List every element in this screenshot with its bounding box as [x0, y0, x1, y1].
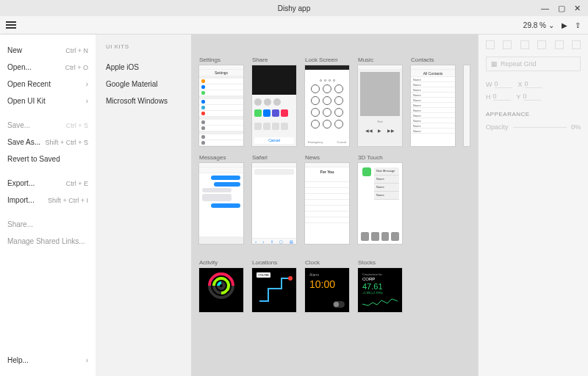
- menu-share[interactable]: Share...: [0, 216, 96, 233]
- toggle-switch: [333, 301, 345, 308]
- artboard-activity[interactable]: Activity: [198, 259, 244, 313]
- inspector-panel: Repeat Grid W0 X0 H0 Y0 APPEARANCE Opaci…: [478, 35, 588, 376]
- artboard-settings[interactable]: Settings Settings: [198, 57, 244, 147]
- ui-kit-apple-ios[interactable]: Apple iOS: [106, 59, 181, 76]
- artboard-contacts[interactable]: Contacts All Contacts NameNameName NameN…: [410, 57, 456, 147]
- sparkline-icon: [362, 297, 399, 308]
- menu-open-recent[interactable]: Open Recent›: [0, 76, 96, 93]
- app-title: Dishy app: [278, 4, 310, 12]
- chevron-down-icon: ⌄: [548, 21, 554, 29]
- menu-import[interactable]: Import...Shift + Ctrl + I: [0, 192, 96, 209]
- play-icon[interactable]: ▶: [562, 21, 567, 29]
- ui-kit-google-material[interactable]: Google Material: [106, 76, 181, 93]
- repeat-grid-button[interactable]: Repeat Grid: [486, 57, 581, 71]
- menu-open[interactable]: Open...Ctrl + O: [0, 59, 96, 76]
- chevron-right-icon: ›: [86, 97, 88, 105]
- menu-open-ui-kit[interactable]: Open UI Kit›: [0, 93, 96, 109]
- share-icon[interactable]: ⇪: [575, 21, 581, 29]
- maximize-icon[interactable]: ▢: [558, 4, 565, 13]
- ui-kit-microsoft-windows[interactable]: Microsoft Windows: [106, 93, 181, 109]
- artboard-news[interactable]: News For You: [304, 154, 350, 245]
- title-bar: Dishy app — ▢ ✕: [0, 0, 588, 16]
- activity-rings-icon: [208, 272, 234, 299]
- artboard-share[interactable]: Share Cancel: [251, 57, 297, 147]
- y-input[interactable]: 0: [523, 93, 541, 101]
- artboard-ruler[interactable]: [463, 57, 470, 147]
- artboard-safari[interactable]: Safari ‹›⇪▢▤: [251, 154, 297, 245]
- menu-help[interactable]: Help...›: [0, 352, 96, 369]
- menu-new[interactable]: NewCtrl + N: [0, 42, 96, 59]
- artboard-lock-screen[interactable]: Lock Screen Enter Passcode 1234567890 Em…: [304, 57, 350, 147]
- x-input[interactable]: 0: [525, 80, 542, 88]
- artboard-music[interactable]: Music Text ◀◀▶▶▶: [357, 57, 403, 147]
- menu-manage-shared-links[interactable]: Manage Shared Links...: [0, 233, 96, 250]
- hamburger-icon[interactable]: [6, 20, 16, 30]
- close-icon[interactable]: ✕: [574, 4, 581, 13]
- zoom-value: 29.8 %: [523, 21, 546, 29]
- zoom-control[interactable]: 29.8 % ⌄: [523, 21, 554, 29]
- opacity-slider[interactable]: [513, 127, 567, 128]
- artboard-messages[interactable]: Messages: [198, 154, 244, 245]
- menu-save[interactable]: Save...Ctrl + S: [0, 117, 96, 134]
- chevron-right-icon: ›: [86, 80, 88, 88]
- ui-kits-heading: UI KITS: [106, 43, 181, 50]
- artboard-clock[interactable]: Clock Alarm 10:00: [304, 259, 350, 313]
- menu-revert[interactable]: Revert to Saved: [0, 151, 96, 167]
- menu-export[interactable]: Export...Ctrl + E: [0, 175, 96, 192]
- map-route-icon: [252, 268, 297, 313]
- artboard-locations[interactable]: Locations YOU'RE: [251, 259, 297, 313]
- canvas[interactable]: Settings Settings: [191, 35, 478, 376]
- file-menu: NewCtrl + N Open...Ctrl + O Open Recent›…: [0, 35, 96, 376]
- toolbar: 29.8 % ⌄ ▶ ⇪: [0, 16, 588, 35]
- minimize-icon[interactable]: —: [541, 4, 549, 13]
- menu-save-as[interactable]: Save As...Shift + Ctrl + S: [0, 134, 96, 151]
- chevron-right-icon: ›: [86, 356, 88, 364]
- align-tools[interactable]: [486, 40, 581, 49]
- height-input[interactable]: 0: [493, 93, 511, 101]
- ui-kits-panel: UI KITS Apple iOS Google Material Micros…: [96, 35, 191, 376]
- appearance-heading: APPEARANCE: [486, 111, 581, 118]
- artboard-3d-touch[interactable]: 3D Touch New MessageName NameName: [357, 154, 403, 245]
- width-input[interactable]: 0: [495, 80, 512, 88]
- svg-point-0: [288, 276, 293, 281]
- artboard-stocks[interactable]: Stocks Corporation Inc CORP 47.61 +1.03 …: [357, 259, 403, 313]
